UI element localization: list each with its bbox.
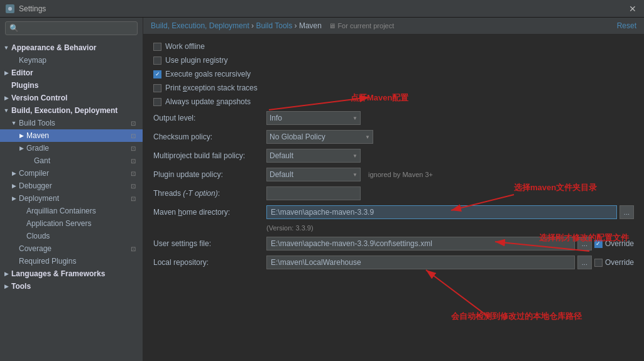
sidebar-item-keymap[interactable]: Keymap [0, 54, 143, 67]
main-content: Build, Execution, Deployment › Build Too… [143, 18, 644, 361]
sidebar-item-label-build-exec-deploy: Build, Execution, Deployment [11, 106, 138, 115]
sidebar-item-label-debugger: Debugger [19, 181, 129, 190]
sidebar-item-version-control[interactable]: ▶Version Control [0, 92, 143, 104]
sidebar-item-icon-deployment: ⊡ [129, 194, 138, 203]
sidebar-item-build-tools[interactable]: ▼Build Tools⊡ [0, 117, 143, 129]
checksum-policy-dropdown[interactable]: No Global Policy ▼ [266, 130, 373, 144]
maven-home-row: Maven home directory: ... [153, 205, 634, 219]
sidebar-item-coverage[interactable]: Coverage⊡ [0, 242, 143, 255]
use-plugin-registry-row: Use plugin registry [153, 56, 634, 65]
sidebar-item-label-keymap: Keymap [19, 56, 138, 65]
output-level-row: Output level: Info ▼ [153, 111, 634, 125]
sidebar-item-label-application-servers: Application Servers [26, 219, 138, 228]
sidebar-item-required-plugins[interactable]: Required Plugins [0, 255, 143, 267]
sidebar-item-label-compiler: Compiler [19, 169, 129, 178]
local-repo-override-checkbox[interactable] [594, 259, 603, 267]
sidebar-item-gradle[interactable]: ▶Gradle⊡ [0, 142, 143, 154]
sidebar-item-arrow-keymap [10, 57, 18, 64]
sidebar-item-arrow-arquillian-containers [18, 207, 25, 215]
reset-button[interactable]: Reset [617, 21, 636, 30]
sidebar-item-icon-build-tools: ⊡ [129, 119, 138, 127]
sidebar-item-deployment[interactable]: ▶Deployment⊡ [0, 192, 143, 205]
sidebar-item-label-tools: Tools [11, 282, 138, 291]
always-update-row: Always update snapshots [153, 97, 634, 106]
plugin-update-policy-row: Plugin update policy: Default ▼ ignored … [153, 168, 634, 181]
execute-goals-row: ✓ Execute goals recursively [153, 70, 634, 78]
checksum-policy-arrow: ▼ [365, 134, 370, 140]
sidebar-item-arrow-plugins [3, 82, 10, 89]
sidebar-item-arquillian-containers[interactable]: Arquillian Containers [0, 205, 143, 217]
user-settings-browse-button[interactable]: ... [577, 237, 592, 251]
close-button[interactable]: ✕ [626, 3, 639, 15]
breadcrumb-build[interactable]: Build, Execution, Deployment [151, 21, 249, 30]
execute-goals-checkbox[interactable]: ✓ [153, 70, 161, 78]
sidebar-item-arrow-application-servers [18, 220, 25, 227]
sidebar-item-icon-compiler: ⊡ [129, 169, 138, 178]
sidebar-item-label-maven: Maven [26, 131, 129, 140]
threads-input[interactable] [266, 186, 361, 200]
always-update-checkbox[interactable] [153, 98, 161, 106]
plugin-update-policy-dropdown[interactable]: Default ▼ [266, 168, 361, 181]
multiproject-policy-dropdown[interactable]: Default ▼ [266, 149, 361, 163]
output-level-label: Output level: [153, 114, 266, 122]
sidebar-item-tools[interactable]: ▶Tools [0, 280, 143, 293]
user-settings-input[interactable] [266, 237, 575, 251]
sidebar-item-editor[interactable]: ▶Editor [0, 67, 143, 79]
sidebar-item-arrow-build-tools: ▼ [10, 119, 18, 127]
sidebar-item-build-exec-deploy[interactable]: ▼Build, Execution, Deployment [0, 104, 143, 117]
user-settings-override-checkbox[interactable]: ✓ [594, 240, 603, 248]
form-area: 点开Maven配置 选择maven文件夹目录 选择刚才修改的配置文件 会自动检测… [143, 35, 644, 361]
sidebar-item-appearance[interactable]: ▼Appearance & Behavior [0, 41, 143, 54]
sidebar-item-label-build-tools: Build Tools [19, 119, 129, 127]
maven-version-text: (Version: 3.3.9) [266, 224, 634, 232]
sidebar-item-arrow-deployment: ▶ [10, 195, 18, 202]
sidebar-item-arrow-compiler: ▶ [10, 170, 18, 177]
print-exception-row: Print exception stack traces [153, 84, 634, 92]
sidebar-item-label-gant: Gant [34, 156, 129, 165]
sidebar-item-languages-frameworks[interactable]: ▶Languages & Frameworks [0, 267, 143, 280]
work-offline-checkbox[interactable] [153, 43, 161, 51]
sidebar-item-clouds[interactable]: Clouds [0, 230, 143, 242]
local-repo-override-area: Override [594, 258, 634, 267]
maven-home-input[interactable] [266, 205, 617, 219]
threads-row: Threads (-T option): [153, 186, 634, 200]
settings-icon [5, 4, 15, 14]
breadcrumb: Build, Execution, Deployment › Build Too… [143, 18, 644, 35]
sidebar-item-arrow-maven: ▶ [18, 132, 25, 139]
breadcrumb-build-tools[interactable]: Build Tools [256, 21, 292, 30]
local-repo-input[interactable] [266, 256, 575, 269]
sidebar-item-arrow-debugger: ▶ [10, 182, 18, 190]
window-title: Settings [19, 4, 626, 13]
sidebar: ▼Appearance & BehaviorKeymap▶EditorPlugi… [0, 18, 143, 361]
maven-home-label: Maven home directory: [153, 208, 266, 217]
sidebar-item-label-languages-frameworks: Languages & Frameworks [11, 269, 138, 278]
sidebar-item-maven[interactable]: ▶Maven⊡ [0, 129, 143, 142]
sidebar-item-arrow-coverage [10, 245, 18, 252]
sidebar-item-compiler[interactable]: ▶Compiler⊡ [0, 167, 143, 180]
maven-home-browse-button[interactable]: ... [619, 205, 634, 219]
annotation-auto-detect: 会自动检测到修改过的本地仓库路径 [451, 311, 582, 322]
sidebar-item-label-editor: Editor [11, 68, 138, 77]
print-exception-checkbox[interactable] [153, 84, 161, 92]
sidebar-item-plugins[interactable]: Plugins [0, 79, 143, 92]
sidebar-item-debugger[interactable]: ▶Debugger⊡ [0, 180, 143, 192]
local-repo-browse-button[interactable]: ... [577, 256, 592, 269]
user-settings-row: User settings file: ... ✓ Override [153, 237, 634, 251]
titlebar: Settings ✕ [0, 0, 644, 18]
plugin-update-policy-label: Plugin update policy: [153, 170, 266, 179]
search-input[interactable] [5, 21, 138, 35]
sidebar-item-gant[interactable]: Gant⊡ [0, 154, 143, 167]
sidebar-item-application-servers[interactable]: Application Servers [0, 217, 143, 230]
sidebar-item-label-deployment: Deployment [19, 194, 129, 203]
sidebar-item-label-plugins: Plugins [11, 81, 138, 90]
user-settings-override-label: Override [605, 239, 634, 248]
sidebar-item-arrow-appearance: ▼ [3, 44, 10, 51]
output-level-dropdown[interactable]: Info ▼ [266, 111, 361, 125]
use-plugin-registry-checkbox[interactable] [153, 57, 161, 65]
sidebar-item-arrow-editor: ▶ [3, 69, 10, 77]
sidebar-item-arrow-gant [25, 157, 33, 164]
work-offline-row: Work offline [153, 42, 634, 51]
breadcrumb-maven: Maven [299, 21, 322, 30]
breadcrumb-sep2: › [295, 21, 299, 30]
svg-line-6 [426, 270, 489, 317]
